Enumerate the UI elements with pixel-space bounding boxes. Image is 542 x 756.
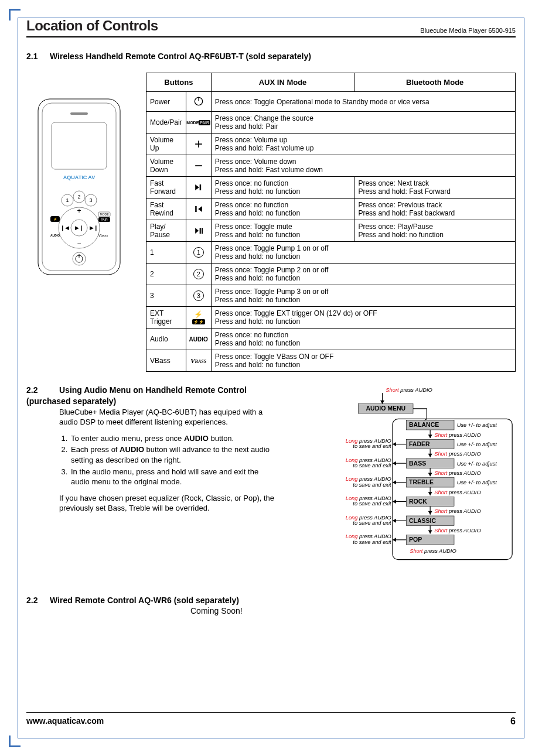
svg-text:PAIR: PAIR bbox=[101, 218, 108, 221]
button-icon: 2 bbox=[186, 264, 211, 285]
page-footer: www.aquaticav.com 6 bbox=[26, 712, 516, 727]
section-2-3: 2.2Wired Remote Control AQ-WR6 (sold sep… bbox=[26, 595, 516, 616]
svg-text:ROCK: ROCK bbox=[409, 498, 427, 505]
table-row: Mode/PairMODEPAIRPress once: Change the … bbox=[146, 112, 516, 134]
svg-text:Use +/- to adjust: Use +/- to adjust bbox=[457, 461, 497, 467]
button-icon bbox=[186, 220, 211, 242]
button-name: Volume Up bbox=[146, 134, 186, 155]
button-desc: Press once: Toggle EXT trigger ON (12V d… bbox=[211, 307, 515, 329]
table-row: Play/ PausePress once: Toggle mute Press… bbox=[146, 220, 516, 242]
button-name: Fast Rewind bbox=[146, 199, 186, 220]
svg-text:Short press AUDIO: Short press AUDIO bbox=[434, 490, 481, 495]
section-2-2-intro: BlueCube+ Media Player (AQ-BC-6UBT) has … bbox=[59, 407, 278, 427]
button-icon: 1 bbox=[186, 242, 211, 264]
button-icon: VBASS bbox=[186, 350, 211, 372]
svg-rect-36 bbox=[199, 228, 200, 234]
svg-text:Short press AUDIO: Short press AUDIO bbox=[434, 432, 481, 438]
table-row: 11Press once: Toggle Pump 1 on or off Pr… bbox=[146, 242, 516, 264]
button-bt-desc: Press once: Previous track Press and hol… bbox=[354, 199, 516, 220]
svg-text:to save and exit: to save and exit bbox=[353, 539, 391, 545]
button-desc: Press once: Toggle Pump 1 on or off Pres… bbox=[211, 242, 515, 264]
button-icon bbox=[186, 134, 211, 155]
button-icon bbox=[186, 199, 211, 220]
svg-text:Short press AUDIO: Short press AUDIO bbox=[410, 548, 456, 554]
page-header: Location of Controls Bluecube Media Play… bbox=[26, 18, 516, 37]
button-name: Audio bbox=[146, 329, 186, 350]
section-2-2-note: If you have chosen preset equalizer (Roc… bbox=[59, 493, 278, 514]
button-aux-desc: Press once: no function Press and hold: … bbox=[211, 177, 354, 199]
button-name: 3 bbox=[146, 285, 186, 307]
button-desc: Press once: Toggle Pump 3 on or off Pres… bbox=[211, 285, 515, 307]
svg-rect-3 bbox=[52, 122, 107, 169]
table-row: Volume UpPress once: Volume up Press and… bbox=[146, 134, 516, 155]
svg-text:AUDIO MENU: AUDIO MENU bbox=[366, 405, 406, 412]
svg-text:Use +/-  to adjust: Use +/- to adjust bbox=[457, 442, 497, 447]
button-icon bbox=[186, 155, 211, 177]
button-name: EXT Trigger bbox=[146, 307, 186, 329]
col-aux: AUX IN Mode bbox=[211, 73, 354, 92]
svg-text:❙◀: ❙◀ bbox=[60, 225, 69, 231]
svg-text:Short press AUDIO: Short press AUDIO bbox=[434, 528, 481, 533]
svg-rect-37 bbox=[202, 228, 203, 234]
audio-menu-flowchart: Short press AUDIOAUDIO MENUBALANCEUse +/… bbox=[290, 385, 516, 577]
svg-text:Vbass: Vbass bbox=[98, 234, 108, 237]
list-item: Each press of AUDIO button will advance … bbox=[70, 444, 278, 465]
table-row: AudioAUDIOPress once: no function Press … bbox=[146, 329, 516, 350]
svg-text:to save and exit: to save and exit bbox=[353, 482, 391, 488]
button-name: Mode/Pair bbox=[146, 112, 186, 134]
table-row: VBassVBASSPress once: Toggle VBass ON or… bbox=[146, 350, 516, 372]
svg-text:to save and exit: to save and exit bbox=[353, 501, 391, 507]
svg-text:−: − bbox=[77, 240, 81, 248]
button-name: VBass bbox=[146, 350, 186, 372]
button-bt-desc: Press once: Next track Press and hold: F… bbox=[354, 177, 516, 199]
svg-rect-35 bbox=[195, 206, 197, 212]
remote-illustration: AQUATIC AV 1 2 3 ▶︎❙ + − ❙◀ ▶❙ ⚡ MODE PA… bbox=[26, 73, 132, 372]
svg-text:Short press AUDIO: Short press AUDIO bbox=[434, 508, 481, 514]
svg-text:POP: POP bbox=[409, 536, 422, 543]
remote-buttons-table: Buttons AUX IN Mode Bluetooth Mode Power… bbox=[146, 73, 516, 372]
product-name: Bluecube Media Player 6500-915 bbox=[420, 27, 516, 34]
svg-text:Use +/-  to adjust: Use +/- to adjust bbox=[457, 422, 497, 428]
svg-text:+: + bbox=[77, 207, 81, 215]
svg-text:to save and exit: to save and exit bbox=[353, 463, 391, 468]
button-name: 1 bbox=[146, 242, 186, 264]
svg-text:BASS: BASS bbox=[409, 460, 426, 467]
button-aux-desc: Press once: no function Press and hold: … bbox=[211, 199, 354, 220]
svg-text:MODE: MODE bbox=[100, 213, 110, 216]
table-row: 22Press once: Toggle Pump 2 on or off Pr… bbox=[146, 264, 516, 285]
list-item: To enter audio menu, press once AUDIO bu… bbox=[70, 433, 278, 444]
button-icon: MODEPAIR bbox=[186, 112, 211, 134]
svg-rect-34 bbox=[199, 184, 201, 190]
section-2-2-heading: 2.2Using Audio Menu on Handheld Remote C… bbox=[26, 385, 278, 407]
button-desc: Press once: Change the source Press and … bbox=[211, 112, 515, 134]
button-desc: Press once: Volume down Press and hold: … bbox=[211, 155, 515, 177]
button-name: Fast Forward bbox=[146, 177, 186, 199]
svg-text:1: 1 bbox=[66, 197, 69, 203]
svg-text:TREBLE: TREBLE bbox=[409, 479, 434, 485]
button-aux-desc: Press once: Toggle mute Press and hold: … bbox=[211, 220, 354, 242]
button-desc: Press once: Toggle Operational mode to S… bbox=[211, 92, 515, 112]
svg-text:3: 3 bbox=[89, 197, 92, 203]
button-icon bbox=[186, 92, 211, 112]
svg-text:Use +/- to adjust: Use +/- to adjust bbox=[457, 480, 497, 485]
button-name: Play/ Pause bbox=[146, 220, 186, 242]
button-icon bbox=[186, 177, 211, 199]
table-row: EXT Trigger⚡⚡⚡Press once: Toggle EXT tri… bbox=[146, 307, 516, 329]
svg-text:to save and exit: to save and exit bbox=[353, 443, 391, 449]
svg-text:FADER: FADER bbox=[409, 441, 430, 447]
svg-text:▶❙: ▶❙ bbox=[90, 225, 98, 231]
svg-text:2: 2 bbox=[77, 194, 80, 200]
svg-text:Short press AUDIO: Short press AUDIO bbox=[386, 387, 432, 393]
list-item: In the audio menu, press and hold will s… bbox=[70, 467, 278, 487]
button-bt-desc: Press once: Play/Pause Press and hold: n… bbox=[354, 220, 516, 242]
svg-text:BALANCE: BALANCE bbox=[409, 422, 439, 428]
svg-text:AQUATIC AV: AQUATIC AV bbox=[63, 175, 95, 180]
svg-text:⚡: ⚡ bbox=[53, 217, 57, 221]
page-title: Location of Controls bbox=[26, 18, 158, 34]
table-row: 33Press once: Toggle Pump 3 on or off Pr… bbox=[146, 285, 516, 307]
button-desc: Press once: Volume up Press and hold: Fa… bbox=[211, 134, 515, 155]
svg-text:AUDIO: AUDIO bbox=[50, 234, 60, 237]
button-icon: AUDIO bbox=[186, 329, 211, 350]
col-buttons: Buttons bbox=[146, 73, 212, 92]
table-row: Volume DownPress once: Volume down Press… bbox=[146, 155, 516, 177]
